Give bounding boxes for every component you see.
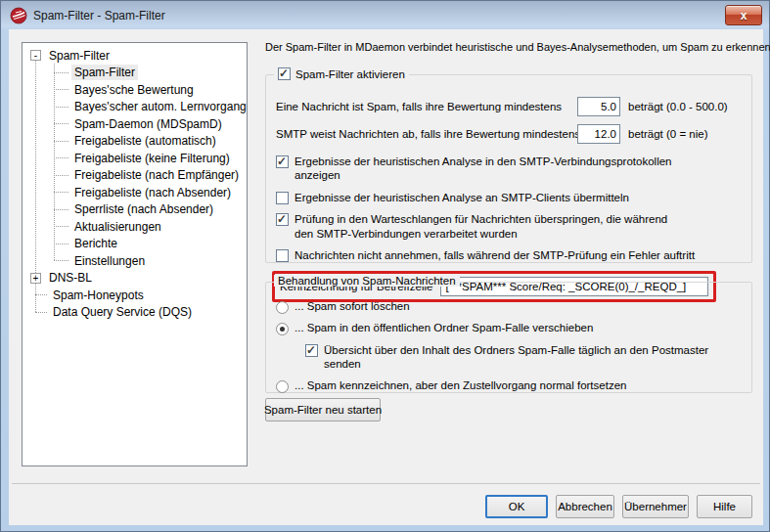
heuristic-smtp-clients-checkbox[interactable] [276, 192, 289, 204]
help-button[interactable]: Hilfe [697, 495, 752, 518]
spam-filter-enable-checkbox[interactable] [278, 67, 291, 80]
spam-score-label: Eine Nachricht ist Spam, falls ihre Bewe… [276, 101, 577, 112]
expand-icon[interactable]: + [30, 273, 41, 284]
tree-item-spam-honeypots[interactable]: Spam-Honeypots [23, 287, 247, 304]
tree-item-freigabeliste-empfaenger[interactable]: Freigabeliste (nach Empfänger) [23, 167, 247, 185]
delete-spam-radio[interactable] [276, 301, 289, 314]
heuristic-log-checkbox[interactable] [276, 155, 289, 168]
tree-item-data-query-service[interactable]: Data Query Service (DQS) [23, 304, 247, 322]
radio-flag-and-deliver[interactable]: ... Spam kennzeichnen, aber den Zustellv… [276, 379, 742, 393]
tree-item-freigabeliste-automatisch[interactable]: Freigabeliste (automatisch) [23, 133, 247, 151]
restart-spam-filter-button[interactable]: Spam-Filter neu starten [265, 398, 381, 421]
tree-item-aktualisierungen[interactable]: Aktualisierungen [23, 218, 247, 236]
smtp-reject-input[interactable] [577, 124, 620, 144]
checkbox-heuristic-smtp-clients[interactable]: Ergebnisse der heuristischen Analyse an … [276, 191, 742, 204]
tree-item-einstellungen[interactable]: Einstellungen [23, 252, 247, 270]
tree-item-spam-filter-root[interactable]: - Spam-Filter [23, 47, 247, 65]
radio-delete-spam[interactable]: ... Spam sofort löschen [276, 300, 742, 314]
reject-on-error-checkbox[interactable] [276, 249, 289, 262]
apply-button[interactable]: Übernehmer [622, 495, 689, 518]
spam-handling-groupbox: Behandlung von Spam-Nachrichten ... Spam… [265, 282, 752, 393]
title-bar: Spam-Filter - Spam-Filter x [2, 2, 768, 29]
smtp-reject-suffix: beträgt (0 = nie) [628, 128, 708, 140]
cancel-button[interactable]: Abbrechen [556, 495, 614, 518]
app-icon [10, 7, 27, 24]
spam-score-row: Eine Nachricht ist Spam, falls ihre Bewe… [276, 97, 742, 116]
navigation-tree-panel: - Spam-Filter Spam-Filter Bayes'sche Bew… [22, 42, 248, 466]
checkbox-heuristic-log[interactable]: Ergebnisse der heuristischen Analyse in … [276, 155, 742, 183]
daily-digest-checkbox[interactable] [305, 344, 318, 357]
move-to-spam-trap-radio[interactable] [276, 323, 289, 335]
dialog-client-area: - Spam-Filter Spam-Filter Bayes'sche Bew… [9, 29, 763, 525]
close-icon: x [741, 9, 747, 22]
footer-separator [12, 483, 760, 484]
spam-filter-groupbox: Spam-Filter aktivieren Eine Nachricht is… [265, 74, 752, 263]
window-title: Spam-Filter - Spam-Filter [33, 9, 165, 22]
skip-queue-check-checkbox[interactable] [276, 213, 289, 226]
tree-item-freigabeliste-keine-filterung[interactable]: Freigabeliste (keine Filterung) [23, 150, 247, 167]
navigation-tree: - Spam-Filter Spam-Filter Bayes'sche Bew… [23, 43, 247, 321]
description-text: Der Spam-Filter in MDaemon verbindet heu… [265, 41, 762, 53]
spam-handling-group-label: Behandlung von Spam-Nachrichten [274, 275, 460, 287]
tree-item-spam-filter[interactable]: Spam-Filter [23, 65, 247, 82]
tree-item-dns-bl[interactable]: + DNS-BL [23, 270, 247, 288]
close-button[interactable]: x [725, 5, 762, 25]
collapse-icon[interactable]: - [30, 50, 41, 61]
footer-button-row: OK Abbrechen Übernehmer Hilfe [485, 495, 752, 518]
tree-item-spam-daemon[interactable]: Spam-Daemon (MDSpamD) [23, 115, 247, 133]
spam-score-input[interactable] [577, 97, 620, 116]
spam-score-suffix: beträgt (0.0 - 500.0) [628, 101, 728, 112]
spam-filter-enable-label: Spam-Filter aktivieren [295, 68, 405, 80]
tree-item-berichte[interactable]: Berichte [23, 236, 247, 253]
tree-item-sperrliste-absender[interactable]: Sperrliste (nach Absender) [23, 201, 247, 219]
checkbox-daily-digest[interactable]: Übersicht über den Inhalt des Ordners Sp… [305, 343, 742, 372]
smtp-reject-label: SMTP weist Nachrichten ab, falls ihre Be… [276, 128, 577, 140]
radio-move-to-spam-trap[interactable]: ... Spam in den öffentlichen Ordner Spam… [276, 322, 742, 335]
smtp-reject-row: SMTP weist Nachrichten ab, falls ihre Be… [276, 124, 742, 144]
checkbox-skip-queue-check[interactable]: Prüfung in den Warteschlangen für Nachri… [276, 212, 742, 241]
checkbox-reject-on-error[interactable]: Nachrichten nicht annehmen, falls währen… [276, 248, 742, 262]
tree-item-bayes-lernvorgang[interactable]: Bayes'scher autom. Lernvorgang [23, 99, 247, 116]
ok-button[interactable]: OK [485, 495, 548, 518]
flag-and-deliver-radio[interactable] [276, 380, 289, 393]
tree-item-bayes-bewertung[interactable]: Bayes'sche Bewertung [23, 81, 247, 99]
spam-filter-enable-row[interactable]: Spam-Filter aktivieren [274, 67, 409, 80]
dialog-window: Spam-Filter - Spam-Filter x - Spam-Filte… [0, 0, 770, 532]
tree-item-freigabeliste-absender[interactable]: Freigabeliste (nach Absender) [23, 184, 247, 201]
